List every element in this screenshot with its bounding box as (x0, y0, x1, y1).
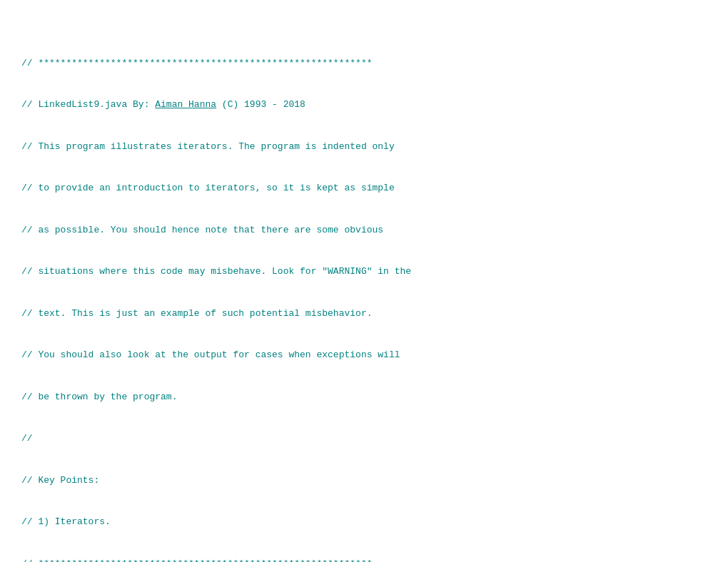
line-7: // text. This is just an example of such… (21, 307, 707, 321)
line-10: // (21, 431, 707, 446)
line-4: // to provide an introduction to iterato… (21, 181, 707, 195)
line-8: // You should also look at the output fo… (21, 348, 707, 362)
line-12: // 1) Iterators. (21, 515, 707, 529)
line-5: // as possible. You should hence note th… (21, 223, 707, 237)
line-6: // situations where this code may misbeh… (21, 265, 707, 279)
line-1: // *************************************… (21, 56, 707, 71)
code-editor: // *************************************… (21, 14, 707, 562)
line-3: // This program illustrates iterators. T… (21, 140, 707, 154)
line-2: // LinkedList9.java By: Aiman Hanna (C) … (21, 98, 707, 112)
line-13: // *************************************… (21, 557, 707, 563)
line-11: // Key Points: (21, 474, 707, 488)
line-9: // be thrown by the program. (21, 390, 707, 404)
